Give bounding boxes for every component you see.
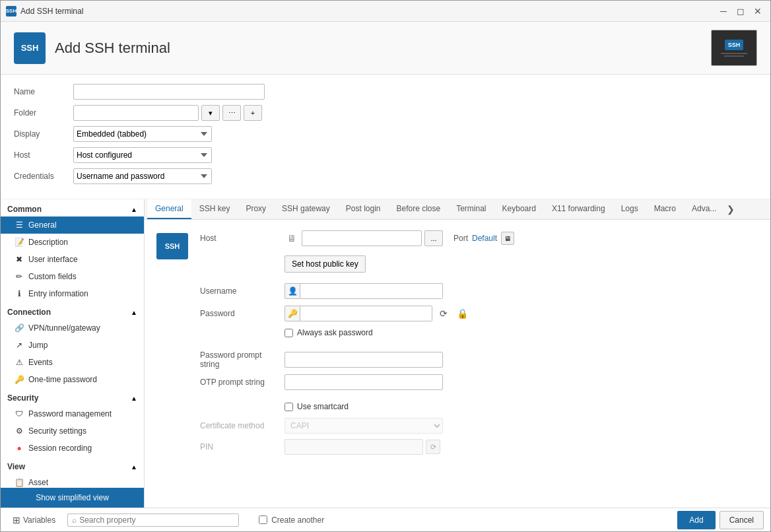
tab-post-login[interactable]: Post login bbox=[338, 199, 389, 219]
sidebar-section-security-header[interactable]: Security ▲ bbox=[1, 388, 144, 405]
tabs-scroll-right-button[interactable]: ❯ bbox=[724, 199, 737, 219]
password-generate-button[interactable]: ⟳ bbox=[436, 306, 451, 321]
folder-add-btn[interactable]: + bbox=[244, 105, 262, 121]
variables-button[interactable]: ⊞ Variables bbox=[7, 512, 61, 528]
sidebar-item-otp-label: One-time password bbox=[28, 375, 97, 384]
create-another-checkbox[interactable] bbox=[259, 515, 267, 524]
tab-terminal[interactable]: Terminal bbox=[448, 199, 494, 219]
name-label: Name bbox=[14, 87, 73, 96]
tab-macro[interactable]: Macro bbox=[646, 199, 684, 219]
sidebar-item-events[interactable]: ⚠ Events bbox=[1, 354, 144, 371]
username-input-wrap: 👤 bbox=[285, 283, 443, 299]
host-field-row: Host 🖥 ... Port Default 🖥 bbox=[200, 230, 760, 246]
sidebar-item-password-management[interactable]: 🛡 Password management bbox=[1, 405, 144, 422]
password-input[interactable] bbox=[300, 306, 432, 321]
folder-more-btn[interactable]: ⋯ bbox=[222, 105, 241, 121]
port-default-link[interactable]: Default bbox=[472, 234, 497, 243]
credentials-select[interactable]: Username and password Private key Certif… bbox=[73, 168, 212, 184]
sidebar-item-asset[interactable]: 📋 Asset bbox=[1, 474, 144, 488]
use-smartcard-checkbox[interactable] bbox=[285, 403, 293, 411]
search-property-input[interactable] bbox=[79, 515, 234, 525]
titlebar-title: Add SSH terminal bbox=[20, 7, 716, 16]
sidebar-item-jump-label: Jump bbox=[28, 341, 48, 350]
always-ask-password-label: Always ask password bbox=[297, 328, 373, 337]
sidebar-item-recording-label: Session recording bbox=[28, 444, 92, 453]
tab-before-close[interactable]: Before close bbox=[388, 199, 448, 219]
tab-advanced[interactable]: Adva... bbox=[684, 199, 724, 219]
always-ask-password-checkbox[interactable] bbox=[285, 329, 293, 337]
port-section: Port Default 🖥 bbox=[453, 232, 514, 245]
search-property-container: ⌕ bbox=[67, 514, 239, 527]
name-row: Name bbox=[14, 84, 757, 100]
spacer2 bbox=[200, 395, 760, 402]
sidebar-item-entry-label: Entry information bbox=[28, 289, 88, 298]
sidebar-section-common: Common ▲ ☰ General 📝 Description ✖ User … bbox=[1, 199, 144, 302]
tab-logs[interactable]: Logs bbox=[613, 199, 646, 219]
sidebar-item-vpn[interactable]: 🔗 VPN/tunnel/gateway bbox=[1, 319, 144, 337]
tab-x11-forwarding[interactable]: X11 forwarding bbox=[544, 199, 613, 219]
sidebar-item-security-settings[interactable]: ⚙ Security settings bbox=[1, 422, 144, 440]
host-field-label: Host bbox=[200, 234, 279, 243]
set-host-public-key-button[interactable]: Set host public key bbox=[285, 255, 366, 273]
password-input-wrap: 🔑 bbox=[285, 306, 432, 321]
sidebar-item-otp[interactable]: 🔑 One-time password bbox=[1, 371, 144, 388]
minimize-button[interactable]: ─ bbox=[716, 4, 731, 18]
sidebar-item-user-interface[interactable]: ✖ User interface bbox=[1, 251, 144, 268]
folder-input[interactable] bbox=[73, 105, 199, 121]
custom-icon: ✏ bbox=[14, 271, 24, 282]
password-field-label: Password bbox=[200, 309, 279, 318]
folder-dropdown-btn[interactable]: ▾ bbox=[201, 105, 220, 121]
sidebar-item-custom-fields[interactable]: ✏ Custom fields bbox=[1, 268, 144, 285]
sidebar-item-description[interactable]: 📝 Description bbox=[1, 234, 144, 251]
close-button[interactable]: ✕ bbox=[751, 4, 765, 18]
cancel-button[interactable]: Cancel bbox=[720, 511, 764, 529]
tab-ssh-gateway[interactable]: SSH gateway bbox=[274, 199, 338, 219]
otp-prompt-input[interactable] bbox=[285, 374, 443, 390]
footer: ⊞ Variables ⌕ Create another Add Cancel bbox=[1, 508, 770, 531]
use-smartcard-label: Use smartcard bbox=[297, 402, 349, 411]
sidebar-item-session-recording[interactable]: ● Session recording bbox=[1, 440, 144, 457]
connection-chevron-icon: ▲ bbox=[131, 309, 137, 316]
port-icon-button[interactable]: 🖥 bbox=[501, 232, 514, 245]
sidebar-item-entry-information[interactable]: ℹ Entry information bbox=[1, 285, 144, 302]
tab-keyboard[interactable]: Keyboard bbox=[494, 199, 544, 219]
main-layout: Common ▲ ☰ General 📝 Description ✖ User … bbox=[1, 199, 770, 508]
sidebar-section-connection-header[interactable]: Connection ▲ bbox=[1, 302, 144, 319]
dialog-header: SSH Add SSH terminal SSH bbox=[1, 22, 770, 75]
sidebar-section-common-header[interactable]: Common ▲ bbox=[1, 199, 144, 216]
events-icon: ⚠ bbox=[14, 357, 24, 368]
host-select[interactable]: Host configured Custom host Use asset bbox=[73, 147, 212, 163]
info-icon: ℹ bbox=[14, 288, 24, 299]
sidebar-section-view-header[interactable]: View ▲ bbox=[1, 457, 144, 474]
simplified-view-button[interactable]: Show simplified view bbox=[1, 488, 144, 508]
tab-proxy[interactable]: Proxy bbox=[238, 199, 274, 219]
sidebar-item-general[interactable]: ☰ General bbox=[1, 216, 144, 234]
sidebar-item-asset-label: Asset bbox=[28, 478, 48, 487]
add-button[interactable]: Add bbox=[677, 511, 715, 529]
host-pc-icon: 🖥 bbox=[285, 233, 299, 244]
create-another-label: Create another bbox=[271, 515, 324, 525]
credentials-row: Credentials Username and password Privat… bbox=[14, 168, 757, 184]
sidebar-section-connection-label: Connection bbox=[7, 308, 51, 317]
otp-icon: 🔑 bbox=[14, 374, 24, 385]
general-icon-col: SSH bbox=[155, 230, 189, 460]
view-chevron-icon: ▲ bbox=[131, 463, 137, 471]
sidebar-item-description-label: Description bbox=[28, 238, 68, 247]
name-input[interactable] bbox=[73, 84, 265, 100]
pin-label: PIN bbox=[200, 442, 279, 451]
display-select[interactable]: Embedded (tabbed) bbox=[73, 126, 212, 142]
maximize-button[interactable]: ◻ bbox=[733, 4, 748, 18]
footer-actions: Add Cancel bbox=[677, 511, 764, 529]
password-prompt-input[interactable] bbox=[285, 352, 443, 368]
password-options-button[interactable]: 🔒 bbox=[455, 306, 469, 321]
sidebar-item-jump[interactable]: ↗ Jump bbox=[1, 337, 144, 354]
folder-label: Folder bbox=[14, 108, 73, 117]
username-input[interactable] bbox=[300, 283, 443, 299]
dialog-title: Add SSH terminal bbox=[55, 40, 170, 57]
set-host-key-row: Set host public key bbox=[285, 253, 760, 277]
tab-ssh-key[interactable]: SSH key bbox=[191, 199, 238, 219]
host-more-button[interactable]: ... bbox=[424, 230, 443, 246]
ssh-thumbnail: SSH bbox=[711, 30, 757, 66]
tab-general[interactable]: General bbox=[147, 199, 191, 219]
host-input[interactable] bbox=[302, 230, 422, 246]
